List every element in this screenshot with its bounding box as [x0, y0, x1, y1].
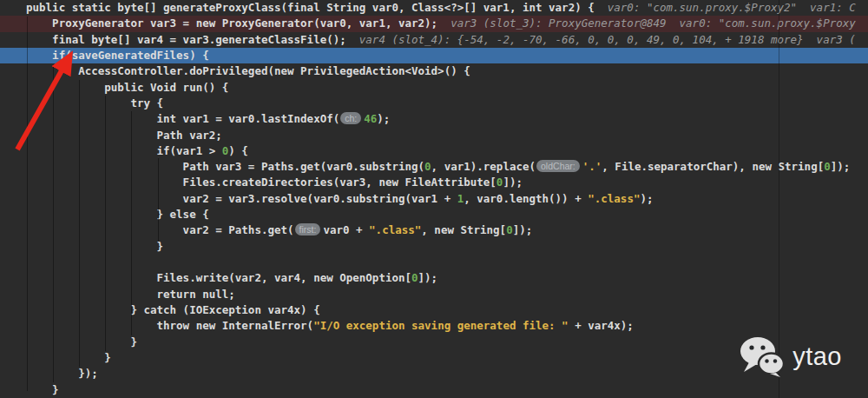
code-line[interactable]: }); — [0, 366, 868, 381]
code-text: 46 — [364, 112, 377, 125]
code-text: public static byte[] generateProxyClass(… — [26, 1, 595, 14]
parameter-hint-pill[interactable]: ch: — [340, 112, 361, 124]
code-line[interactable]: } — [0, 382, 868, 398]
code-text: ".class" — [369, 223, 421, 236]
code-line[interactable]: var2 = var3.resolve(var0.substring(var1 … — [0, 191, 868, 207]
code-line[interactable]: final byte[] var4 = var3.generateClassFi… — [0, 32, 868, 48]
code-line[interactable]: } — [0, 335, 868, 350]
code-text: public Void run() { — [26, 81, 228, 94]
code-line[interactable]: try { — [0, 96, 868, 111]
code-line[interactable]: } — [0, 350, 868, 366]
code-text: int var1 = var0.lastIndexOf( — [26, 112, 339, 125]
code-line[interactable]: public static byte[] generateProxyClass(… — [0, 0, 868, 16]
code-text: } — [26, 351, 111, 364]
code-text: } else { — [26, 208, 209, 221]
code-text: ]); — [513, 223, 533, 236]
debugger-inline-hint: var4 (slot_4): {-54, -2, -70, -66, 0, 0,… — [346, 33, 856, 46]
code-line[interactable]: Path var3 = Paths.get(var0.substring(0, … — [0, 159, 868, 175]
code-text: ]); — [418, 271, 438, 284]
code-text: 0 — [824, 160, 831, 173]
code-text: 0 — [506, 223, 513, 236]
code-text: Path var2; — [26, 129, 222, 142]
code-line-execution-point[interactable]: if(saveGeneratedFiles) { — [0, 48, 868, 63]
code-line-breakpoint[interactable]: ProxyGenerator var3 = new ProxyGenerator… — [0, 16, 868, 31]
code-line[interactable]: AccessController.doPrivileged(new Privil… — [0, 63, 868, 79]
code-text: ]); — [831, 160, 851, 173]
wechat-icon — [740, 336, 785, 377]
code-text: , File.separatorChar), new String[ — [602, 160, 824, 173]
code-text: var2 = Paths.get( — [26, 223, 294, 236]
code-text: } — [26, 383, 59, 396]
code-line[interactable]: public Void run() { — [0, 80, 868, 96]
code-text: if(var1 > — [26, 144, 222, 157]
code-text: var2 = var3.resolve(var0.substring(var1 … — [26, 192, 457, 205]
code-text: throw new InternalError( — [26, 319, 313, 332]
code-line[interactable]: } — [0, 239, 868, 255]
code-text: ); — [640, 192, 653, 205]
code-text: 0 — [424, 160, 431, 173]
code-text: , var0.length()) + — [464, 192, 588, 205]
editor-window: public static byte[] generateProxyClass(… — [0, 0, 868, 398]
code-text: final byte[] var4 = var3.generateClassFi… — [26, 33, 346, 46]
code-line[interactable]: Files.write(var2, var4, new OpenOption[0… — [0, 270, 868, 286]
code-text: ProxyGenerator var3 = new ProxyGenerator… — [26, 17, 437, 30]
code-text: AccessController.doPrivileged(new Privil… — [26, 64, 470, 77]
code-text: ) { — [228, 144, 248, 157]
wechat-watermark: ytao — [740, 336, 842, 377]
code-text: var0 + — [323, 223, 369, 236]
debugger-inline-hint: var0: "com.sun.proxy.$Proxy2" var1: C — [595, 1, 856, 14]
code-line[interactable]: throw new InternalError("I/O exception s… — [0, 318, 868, 334]
watermark-label: ytao — [792, 342, 842, 371]
code-text: try { — [26, 96, 163, 109]
parameter-hint-pill[interactable]: oldChar: — [536, 160, 580, 172]
code-text: , var1).replace( — [431, 160, 536, 173]
code-line[interactable]: } else { — [0, 207, 868, 222]
code-line[interactable] — [0, 255, 868, 270]
code-text: + var4x); — [569, 319, 634, 332]
code-text: } — [26, 335, 137, 348]
code-editor[interactable]: public static byte[] generateProxyClass(… — [0, 0, 868, 398]
code-line[interactable]: var2 = Paths.get(first:var0 + ".class", … — [0, 222, 868, 238]
debugger-inline-hint: var3 (slot_3): ProxyGenerator@849 var0: … — [437, 17, 856, 30]
code-text: '.' — [582, 160, 602, 173]
code-text: , new String[ — [421, 223, 506, 236]
code-text: 0 — [411, 271, 418, 284]
code-text: ); — [377, 112, 390, 125]
code-text: Files.write(var2, var4, new OpenOption[ — [26, 271, 411, 284]
code-text: }); — [26, 367, 98, 380]
code-line[interactable]: if(var1 > 0) { — [0, 143, 868, 159]
code-text: } — [26, 240, 163, 253]
code-text: if(saveGeneratedFiles) { — [26, 49, 209, 62]
code-line[interactable]: } catch (IOException var4x) { — [0, 302, 868, 318]
code-text: Files.createDirectories(var3, new FileAt… — [26, 176, 496, 189]
code-line[interactable]: return null; — [0, 287, 868, 302]
code-line[interactable]: Path var2; — [0, 128, 868, 143]
code-text: ]); — [503, 176, 523, 189]
code-text: "I/O exception saving generated file: " — [313, 319, 569, 332]
parameter-hint-pill[interactable]: first: — [295, 223, 321, 235]
code-text: ".class" — [588, 192, 640, 205]
code-text: Path var3 = Paths.get(var0.substring( — [26, 160, 424, 173]
code-line[interactable]: Files.createDirectories(var3, new FileAt… — [0, 175, 868, 190]
code-line[interactable]: int var1 = var0.lastIndexOf(ch:46); — [0, 111, 868, 127]
code-text: } catch (IOException var4x) { — [26, 303, 320, 316]
code-text: return null; — [26, 288, 235, 301]
